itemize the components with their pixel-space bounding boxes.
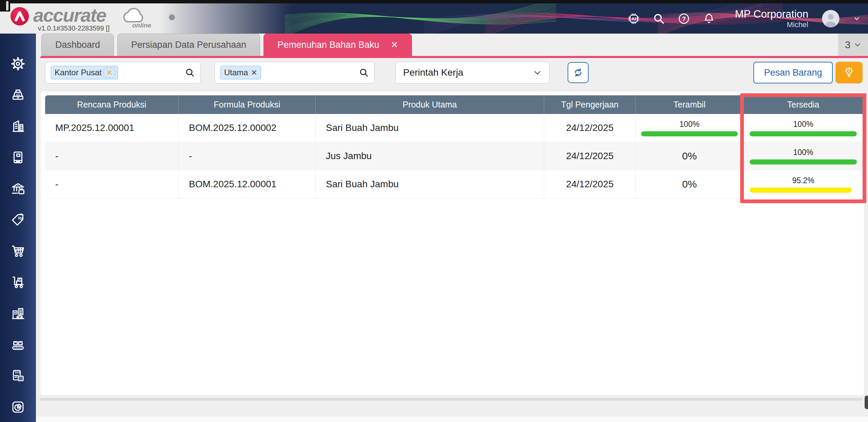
tab-pemenuhan-bahan-baku[interactable]: Pemenuhan Bahan Baku ✕ bbox=[263, 34, 412, 56]
bottom-strip bbox=[36, 417, 868, 422]
horizontal-scrollbar[interactable] bbox=[39, 398, 863, 401]
bank-icon bbox=[10, 181, 26, 196]
version-label: v1.0.1#3530-2283599 [] bbox=[38, 24, 110, 32]
svg-text:?: ? bbox=[682, 15, 686, 22]
browser-top-strip bbox=[0, 0, 868, 3]
location-search-input[interactable]: Kantor Pusat ✕ bbox=[45, 62, 201, 83]
brand-sub-label: online bbox=[132, 22, 151, 29]
col-tgl-pengerjaan[interactable]: Tgl Pengerjaan bbox=[544, 95, 636, 114]
close-tab-icon[interactable]: ✕ bbox=[391, 40, 398, 50]
footer-band bbox=[36, 395, 868, 417]
col-produk-utama[interactable]: Produk Utama bbox=[316, 95, 544, 114]
tersedia-progress: 95.2% bbox=[744, 170, 863, 198]
refresh-icon bbox=[573, 67, 584, 78]
fixed-asset-icon bbox=[10, 306, 26, 321]
settings-gear-icon bbox=[10, 56, 26, 72]
account-info[interactable]: MP Corporation Michel bbox=[735, 8, 808, 29]
doc-type-select[interactable]: Perintah Kerja bbox=[395, 62, 550, 83]
ai-assistant-icon[interactable]: AI bbox=[628, 13, 640, 25]
sidebar-item-purchase[interactable] bbox=[9, 243, 26, 259]
svg-text:Rp: Rp bbox=[18, 216, 23, 220]
avatar[interactable] bbox=[821, 9, 840, 28]
tax-icon: TAX bbox=[10, 368, 26, 384]
sidebar-item-tax[interactable]: TAX bbox=[9, 368, 26, 384]
hint-button[interactable] bbox=[835, 62, 863, 83]
svg-text:TAX: TAX bbox=[15, 371, 20, 374]
sidebar-item-cashier[interactable] bbox=[9, 87, 26, 103]
brand-name: accurate bbox=[33, 4, 106, 26]
sidebar-item-inventory[interactable] bbox=[9, 274, 26, 290]
scroll-handle[interactable] bbox=[6, 1, 8, 11]
terambil-progress: 100% bbox=[636, 114, 744, 142]
content: Kantor Pusat ✕ Utama ✕ Perintah Kerja bbox=[36, 58, 868, 422]
tersedia-progress: 100% bbox=[744, 142, 863, 170]
tab-dashboard[interactable]: Dashboard bbox=[41, 34, 114, 56]
tab-bar: Dashboard Persiapan Data Perusahaan Peme… bbox=[36, 34, 868, 56]
production-table: Rencana Produksi Formula Produksi Produk… bbox=[45, 95, 863, 198]
terambil-progress: 0% bbox=[636, 142, 744, 170]
warehouse-chip: Utama ✕ bbox=[220, 66, 261, 79]
active-tab-accent-line bbox=[40, 56, 868, 58]
table-row[interactable]: - BOM.2025.12.00001 Sari Buah Jambu 24/1… bbox=[45, 170, 863, 198]
tab-overflow-dropdown[interactable]: 3 bbox=[838, 34, 868, 56]
purchase-cart-icon bbox=[10, 243, 26, 259]
filter-toolbar: Kantor Pusat ✕ Utama ✕ Perintah Kerja bbox=[36, 62, 868, 84]
table-row[interactable]: MP.2025.12.00001 BOM.2025.12.00002 Sari … bbox=[45, 114, 863, 142]
sidebar-item-bank[interactable] bbox=[9, 180, 26, 197]
collapsed-menu-dot bbox=[169, 14, 175, 20]
cloud-icon: online bbox=[119, 5, 156, 29]
table-header-row: Rencana Produksi Formula Produksi Produk… bbox=[45, 95, 863, 114]
user-name: Michel bbox=[787, 20, 808, 29]
sidebar-item-report[interactable] bbox=[9, 399, 26, 415]
accurate-logo-icon bbox=[10, 7, 29, 26]
sidebar-item-manufacture[interactable] bbox=[9, 337, 26, 353]
refresh-button[interactable] bbox=[568, 62, 589, 83]
remove-warehouse-chip-icon[interactable]: ✕ bbox=[251, 69, 257, 77]
col-terambil[interactable]: Terambil bbox=[636, 95, 744, 114]
sidebar-item-ledger[interactable] bbox=[9, 149, 26, 166]
cash-register-icon bbox=[10, 87, 26, 103]
sidebar: Rp TAX bbox=[0, 34, 36, 422]
search-icon[interactable] bbox=[185, 68, 195, 78]
search-icon[interactable] bbox=[359, 68, 369, 78]
vertical-scrollbar-thumb[interactable] bbox=[865, 396, 868, 409]
sidebar-item-asset[interactable] bbox=[9, 305, 26, 322]
table-row[interactable]: - - Jus Jambu 24/12/2025 0% 100% bbox=[45, 142, 863, 170]
warehouse-search-input[interactable]: Utama ✕ bbox=[215, 62, 375, 83]
tersedia-progress: 100% bbox=[744, 114, 863, 142]
company-name: MP Corporation bbox=[735, 8, 808, 20]
tab-persiapan-data-perusahaan[interactable]: Persiapan Data Perusahaan bbox=[117, 34, 260, 56]
app-header: accurate online v1.0.1#3530-2283599 [] A… bbox=[0, 3, 868, 34]
sidebar-item-company[interactable] bbox=[9, 118, 26, 134]
col-formula-produksi[interactable]: Formula Produksi bbox=[179, 95, 316, 114]
svg-text:AI: AI bbox=[632, 16, 636, 21]
chevron-down-icon bbox=[854, 41, 861, 49]
notifications-bell-icon[interactable] bbox=[703, 13, 715, 25]
ledger-book-icon bbox=[10, 150, 26, 165]
company-building-icon bbox=[10, 118, 26, 134]
lightbulb-alert-icon bbox=[843, 66, 855, 79]
pesan-barang-button[interactable]: Pesan Barang bbox=[753, 62, 833, 83]
chevron-down-icon[interactable] bbox=[853, 15, 861, 22]
col-rencana-produksi[interactable]: Rencana Produksi bbox=[45, 95, 179, 114]
chevron-down-icon bbox=[533, 68, 542, 77]
sidebar-item-sales[interactable]: Rp bbox=[9, 212, 26, 228]
price-tag-rp-icon: Rp bbox=[10, 212, 26, 228]
search-icon[interactable] bbox=[653, 13, 665, 25]
manufacture-conveyor-icon bbox=[10, 337, 26, 352]
help-icon[interactable]: ? bbox=[678, 13, 690, 25]
terambil-progress: 0% bbox=[636, 170, 744, 198]
report-pie-chart-icon bbox=[10, 399, 26, 415]
window-corner bbox=[0, 0, 10, 12]
col-tersedia[interactable]: Tersedia bbox=[744, 95, 863, 114]
tab-count: 3 bbox=[845, 39, 851, 51]
remove-location-chip-icon[interactable]: ✕ bbox=[104, 69, 114, 77]
sidebar-item-settings[interactable] bbox=[9, 56, 26, 72]
inventory-trolley-icon bbox=[10, 274, 26, 290]
location-chip: Kantor Pusat ✕ bbox=[51, 66, 118, 79]
